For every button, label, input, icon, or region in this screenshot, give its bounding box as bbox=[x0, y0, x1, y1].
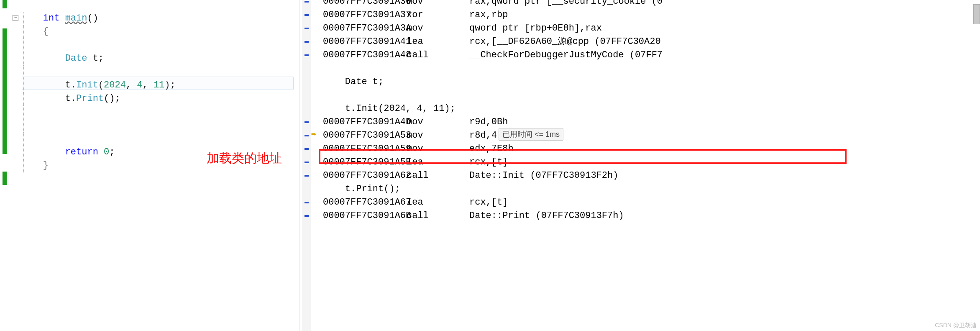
opcode: mov bbox=[407, 0, 469, 8]
breakpoint-indicator[interactable] bbox=[304, 162, 309, 163]
opcode: call bbox=[407, 209, 469, 223]
disasm-row[interactable]: 00007FF7C3091A30movrax,qword ptr [__secu… bbox=[302, 0, 980, 8]
change-marker bbox=[3, 172, 7, 185]
disasm-row[interactable]: 00007FF7C3091A53movr8d,4 bbox=[302, 129, 980, 142]
highlight-box bbox=[319, 149, 847, 164]
breakpoint-indicator[interactable] bbox=[304, 54, 309, 56]
address: 00007FF7C3091A48 bbox=[323, 49, 407, 62]
breakpoint-indicator[interactable] bbox=[304, 14, 309, 16]
disasm-row[interactable]: 00007FF7C3091A6BcallDate::Print (07FF7C3… bbox=[302, 209, 980, 223]
opcode: xor bbox=[407, 8, 469, 22]
disasm-row[interactable]: 00007FF7C3091A4Dmovr9d,0Bh bbox=[302, 115, 980, 129]
disasm-row[interactable]: 00007FF7C3091A3Amovqword ptr [rbp+0E8h],… bbox=[302, 22, 980, 35]
address: 00007FF7C3091A67 bbox=[323, 196, 407, 209]
breakpoint-indicator[interactable] bbox=[304, 135, 309, 136]
operands: rcx,[__DF626A60_源@cpp (07FF7C30A20 bbox=[469, 36, 661, 47]
change-marker bbox=[3, 0, 7, 8]
opcode: mov bbox=[407, 129, 469, 142]
opcode: mov bbox=[407, 115, 469, 129]
source-inline: t.Init(2024, 4, 11); bbox=[323, 103, 455, 114]
disassembly-pane[interactable]: 00007FF7C3091A30movrax,qword ptr [__secu… bbox=[302, 0, 980, 331]
breakpoint-indicator[interactable] bbox=[304, 175, 309, 177]
source-code-pane[interactable]: int main() { Date t; t.Init(2024, 4, 11)… bbox=[0, 0, 299, 331]
address: 00007FF7C3091A41 bbox=[323, 35, 407, 49]
source-line[interactable]: { bbox=[0, 25, 299, 38]
watermark: CSDN @卫胡迪 bbox=[935, 322, 977, 329]
opcode: call bbox=[407, 169, 469, 182]
code-token: { bbox=[43, 26, 49, 37]
disasm-row[interactable]: 00007FF7C3091A41learcx,[__DF626A60_源@cpp… bbox=[302, 35, 980, 49]
annotation-text: 加载类的地址 bbox=[207, 150, 282, 167]
breakpoint-indicator[interactable] bbox=[304, 41, 309, 43]
opcode: lea bbox=[407, 35, 469, 49]
disasm-row[interactable]: 00007FF7C3091A67learcx,[t] bbox=[302, 196, 980, 209]
operands: rcx,[t] bbox=[469, 197, 508, 208]
current-line-highlight bbox=[22, 77, 294, 90]
code-token: Date bbox=[65, 53, 87, 64]
operands: qword ptr [rbp+0E8h],rax bbox=[469, 23, 602, 33]
code-token: ; bbox=[109, 147, 115, 157]
operands: rax,qword ptr [__security_cookie (0 bbox=[469, 0, 663, 7]
disasm-row[interactable] bbox=[302, 89, 980, 102]
code-token: } bbox=[43, 160, 49, 171]
source-line[interactable]: t.Print(); bbox=[0, 92, 299, 105]
code-token: 0 bbox=[104, 147, 109, 157]
disasm-row[interactable]: t.Print(); bbox=[302, 182, 980, 196]
code-token: int bbox=[43, 13, 65, 23]
breakpoint-indicator[interactable] bbox=[304, 215, 309, 217]
source-line[interactable]: int main() bbox=[0, 12, 299, 25]
code-token: return bbox=[65, 147, 104, 157]
source-line[interactable] bbox=[0, 132, 299, 146]
code-token: () bbox=[87, 13, 98, 23]
pane-divider[interactable] bbox=[299, 0, 300, 331]
address: 00007FF7C3091A4D bbox=[323, 115, 407, 129]
source-line[interactable] bbox=[0, 38, 299, 52]
disasm-row[interactable]: t.Init(2024, 4, 11); bbox=[302, 102, 980, 115]
address: 00007FF7C3091A53 bbox=[323, 129, 407, 142]
breakpoint-indicator[interactable] bbox=[304, 202, 309, 203]
code-token: (); bbox=[104, 93, 120, 104]
disasm-row[interactable]: 00007FF7C3091A48call__CheckForDebuggerJu… bbox=[302, 49, 980, 62]
opcode: lea bbox=[407, 196, 469, 209]
source-inline: Date t; bbox=[323, 77, 384, 87]
disasm-row[interactable] bbox=[302, 62, 980, 75]
operands: r8d,4 bbox=[469, 130, 497, 141]
breakpoint-indicator[interactable] bbox=[304, 121, 309, 123]
operands: __CheckForDebuggerJustMyCode (07FF7 bbox=[469, 50, 663, 60]
scrollbar-thumb[interactable] bbox=[973, 4, 980, 24]
address: 00007FF7C3091A62 bbox=[323, 169, 407, 182]
code-token: t; bbox=[87, 53, 104, 64]
address: 00007FF7C3091A3A bbox=[323, 22, 407, 35]
address: 00007FF7C3091A37 bbox=[323, 8, 407, 22]
operands: Date::Print (07FF7C30913F7h) bbox=[469, 210, 624, 221]
elapsed-time-tooltip: 已用时间 <= 1ms bbox=[499, 128, 563, 141]
source-line[interactable]: Date t; bbox=[0, 52, 299, 65]
disasm-row[interactable]: 00007FF7C3091A37xorrax,rbp bbox=[302, 8, 980, 22]
opcode: mov bbox=[407, 22, 469, 35]
source-line[interactable] bbox=[0, 105, 299, 119]
breakpoint-indicator[interactable] bbox=[304, 28, 309, 29]
code-token: Print bbox=[76, 93, 104, 104]
operands: rax,rbp bbox=[469, 10, 508, 20]
operands: Date::Init (07FF7C30913F2h) bbox=[469, 170, 618, 181]
address: 00007FF7C3091A6B bbox=[323, 209, 407, 223]
source-line[interactable] bbox=[0, 119, 299, 132]
disasm-row[interactable]: 00007FF7C3091A62callDate::Init (07FF7C30… bbox=[302, 169, 980, 182]
code-token: t. bbox=[65, 93, 76, 104]
source-inline: t.Print(); bbox=[323, 184, 400, 194]
code-token: main bbox=[65, 13, 87, 23]
disasm-row[interactable]: Date t; bbox=[302, 75, 980, 89]
opcode: call bbox=[407, 49, 469, 62]
address: 00007FF7C3091A30 bbox=[323, 0, 407, 8]
breakpoint-indicator[interactable] bbox=[304, 1, 309, 3]
current-instruction-arrow: ➨ bbox=[311, 129, 317, 140]
collapse-toggle-icon[interactable]: − bbox=[13, 15, 18, 21]
operands: r9d,0Bh bbox=[469, 117, 508, 127]
breakpoint-indicator[interactable] bbox=[304, 148, 309, 150]
